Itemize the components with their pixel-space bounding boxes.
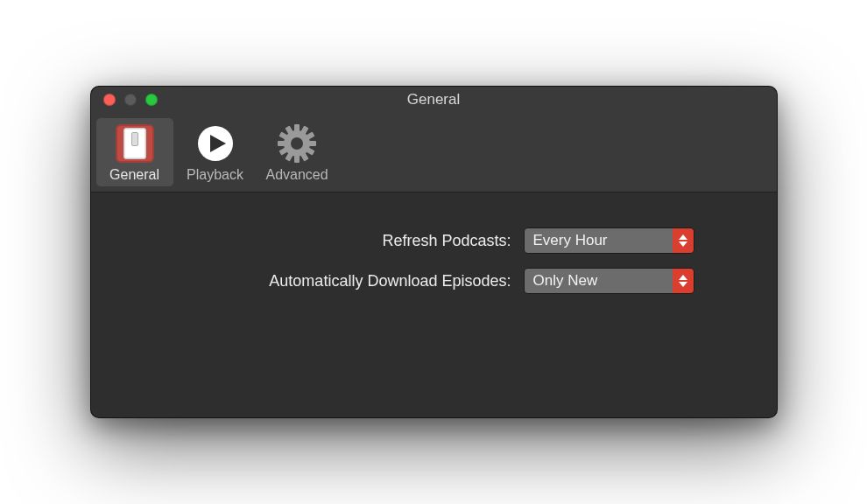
general-icon: [115, 123, 155, 164]
play-icon: [195, 123, 236, 164]
svg-rect-4: [278, 141, 285, 146]
titlebar[interactable]: General: [91, 87, 777, 113]
svg-marker-17: [679, 242, 687, 247]
download-select-value: Only New: [525, 269, 673, 293]
svg-rect-5: [309, 141, 316, 146]
tab-general[interactable]: General: [96, 118, 173, 186]
svg-point-15: [291, 137, 303, 150]
tab-label: Playback: [187, 167, 243, 183]
tab-playback[interactable]: Playback: [177, 118, 254, 186]
refresh-select-value: Every Hour: [525, 228, 673, 253]
refresh-select[interactable]: Every Hour: [524, 228, 694, 254]
svg-rect-2: [294, 124, 300, 131]
svg-rect-3: [294, 156, 300, 163]
zoom-button[interactable]: [145, 94, 158, 106]
download-select[interactable]: Only New: [524, 268, 694, 294]
svg-marker-18: [679, 275, 687, 280]
preferences-toolbar: General Playback: [91, 113, 777, 192]
tab-label: General: [109, 167, 159, 183]
svg-marker-16: [679, 234, 687, 240]
window-title: General: [91, 91, 777, 108]
download-label: Automatically Download Episodes:: [126, 272, 511, 290]
tab-label: Advanced: [266, 167, 328, 183]
minimize-button[interactable]: [124, 94, 137, 106]
svg-marker-19: [679, 282, 687, 287]
setting-row-download: Automatically Download Episodes: Only Ne…: [126, 268, 742, 294]
tab-advanced[interactable]: Advanced: [257, 118, 337, 186]
close-button[interactable]: [103, 94, 116, 106]
preferences-window: General General Playback: [90, 86, 778, 418]
setting-row-refresh: Refresh Podcasts: Every Hour: [126, 228, 742, 254]
updown-icon: [673, 228, 694, 253]
updown-icon: [673, 269, 694, 293]
gear-icon: [277, 123, 317, 164]
settings-panel: Refresh Podcasts: Every Hour Automatical…: [91, 192, 777, 320]
refresh-label: Refresh Podcasts:: [126, 232, 511, 250]
traffic-lights: [103, 94, 158, 106]
